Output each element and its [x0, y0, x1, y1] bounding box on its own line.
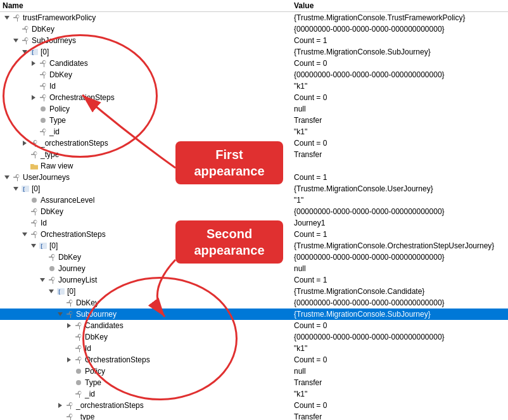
table-row[interactable]: CandidatesCount = 0	[0, 320, 508, 331]
table-row[interactable]: [ ][0]{Trustme.MigrationConsole.Orchestr…	[0, 240, 508, 251]
expander-icon[interactable]	[56, 310, 65, 319]
table-row[interactable]: [ ][0]{Trustme.MigrationConsole.SubJourn…	[0, 46, 508, 58]
expander-icon[interactable]	[56, 401, 65, 410]
table-row[interactable]: Policynull	[0, 366, 508, 377]
expander-icon[interactable]	[65, 321, 73, 330]
row-name: DbKey	[58, 253, 81, 262]
value-cell: Count = 0	[291, 401, 508, 410]
table-row[interactable]: IdJourney1	[0, 217, 508, 229]
table-row[interactable]: SubJourney{Trustme.MigrationConsole.SubJ…	[0, 309, 508, 320]
expander-icon[interactable]	[47, 287, 56, 296]
expander-icon[interactable]	[20, 230, 29, 239]
table-row[interactable]: Id"k1"	[0, 343, 508, 354]
table-row[interactable]: DbKey{00000000-0000-0000-0000-0000000000…	[0, 69, 508, 80]
table-row[interactable]: trustFrameworkPolicy{Trustme.MigrationCo…	[0, 12, 508, 23]
table-row[interactable]: JourneyListCount = 1	[0, 274, 508, 286]
table-row[interactable]: _orchestrationStepsCount = 0	[0, 137, 508, 149]
expander-icon[interactable]	[29, 59, 38, 68]
name-cell: DbKey	[0, 70, 291, 80]
name-cell: Journey	[0, 264, 291, 274]
name-cell: Type	[0, 378, 291, 388]
name-cell: [ ][0]	[0, 47, 291, 57]
name-cell: DbKey	[0, 207, 291, 217]
key-icon	[29, 218, 39, 228]
svg-rect-20	[31, 234, 34, 235]
table-row[interactable]: Raw view	[0, 160, 508, 172]
value-cell: Transfer	[291, 412, 508, 420]
key-icon	[29, 150, 39, 160]
table-row[interactable]: DbKey{00000000-0000-0000-0000-0000000000…	[0, 206, 508, 217]
table-row[interactable]: _typeTransfer	[0, 411, 508, 420]
expander-icon[interactable]	[3, 13, 11, 22]
expander-icon[interactable]	[20, 139, 29, 148]
svg-rect-32	[75, 348, 79, 349]
row-name: _type	[76, 412, 94, 420]
name-cell: [ ][0]	[0, 241, 291, 251]
table-row[interactable]: Id"k1"	[0, 80, 508, 92]
svg-rect-38	[67, 416, 70, 417]
expander-icon[interactable]	[11, 184, 20, 193]
expander-icon[interactable]	[11, 36, 20, 45]
table-row[interactable]: TypeTransfer	[0, 115, 508, 126]
tree-container[interactable]: Name Value trustFrameworkPolicy{Trustme.…	[0, 0, 508, 420]
table-row[interactable]: UserJourneysCount = 1	[0, 172, 508, 183]
value-cell: Transfer	[291, 150, 508, 159]
svg-point-9	[41, 106, 46, 111]
expander-icon[interactable]	[29, 93, 38, 102]
expander-icon[interactable]	[29, 241, 38, 250]
key-icon	[47, 275, 57, 285]
row-name: SubJourneys	[32, 36, 76, 45]
table-row[interactable]: _id"k1"	[0, 388, 508, 400]
table-row[interactable]: AssuranceLevel"1"	[0, 194, 508, 206]
row-name: _type	[41, 150, 59, 159]
name-cell: Raw view	[0, 161, 291, 171]
expander-icon[interactable]	[65, 355, 73, 364]
name-cell: [ ][0]	[0, 184, 291, 194]
row-name: _orchestrationSteps	[76, 401, 144, 410]
expander-icon[interactable]	[38, 276, 47, 284]
table-row[interactable]: TypeTransfer	[0, 377, 508, 388]
table-row[interactable]: DbKey{00000000-0000-0000-0000-0000000000…	[0, 331, 508, 343]
header-name: Name	[3, 1, 294, 10]
row-name: DbKey	[41, 207, 63, 216]
key-icon	[73, 355, 84, 365]
array-icon: [ ]	[38, 241, 48, 251]
array-icon: [ ]	[20, 184, 30, 194]
table-row[interactable]: OrchestrationStepsCount = 0	[0, 354, 508, 366]
name-cell: UserJourneys	[0, 172, 291, 182]
value-cell: {00000000-0000-0000-0000-000000000000}	[291, 207, 508, 216]
name-cell: _type	[0, 150, 291, 160]
row-name: SubJourney	[76, 310, 117, 319]
value-cell: {00000000-0000-0000-0000-000000000000}	[291, 25, 508, 34]
svg-rect-0	[13, 17, 16, 18]
row-name: OrchestrationSteps	[85, 355, 150, 364]
table-row[interactable]: [ ][0]{Trustme.MigrationConsole.Candidat…	[0, 286, 508, 297]
name-cell: AssuranceLevel	[0, 195, 291, 205]
svg-rect-5	[40, 63, 43, 64]
row-name: [0]	[67, 287, 75, 296]
table-row[interactable]: _typeTransfer	[0, 149, 508, 160]
table-row[interactable]: CandidatesCount = 0	[0, 58, 508, 69]
value-cell: Count = 1	[291, 230, 508, 239]
expander-icon[interactable]	[3, 173, 11, 182]
name-cell: DbKey	[0, 332, 291, 342]
table-row[interactable]: _orchestrationStepsCount = 0	[0, 400, 508, 411]
table-row[interactable]: SubJourneysCount = 1	[0, 35, 508, 46]
value-cell: {Trustme.MigrationConsole.SubJourney}	[291, 48, 508, 56]
table-row[interactable]: DbKey{00000000-0000-0000-0000-0000000000…	[0, 297, 508, 309]
svg-rect-37	[67, 405, 70, 406]
row-name: Candidates	[49, 59, 88, 68]
name-cell: trustFrameworkPolicy	[0, 13, 291, 23]
key-icon	[65, 309, 75, 319]
table-row[interactable]: DbKey{00000000-0000-0000-0000-0000000000…	[0, 23, 508, 35]
table-row[interactable]: _id"k1"	[0, 126, 508, 137]
table-row[interactable]: OrchestrationStepsCount = 1	[0, 229, 508, 240]
expander-icon[interactable]	[20, 48, 29, 56]
svg-rect-6	[40, 74, 43, 75]
value-cell: Transfer	[291, 378, 508, 387]
table-row[interactable]: Policynull	[0, 103, 508, 115]
table-row[interactable]: DbKey{00000000-0000-0000-0000-0000000000…	[0, 251, 508, 263]
table-row[interactable]: OrchestrationStepsCount = 0	[0, 92, 508, 103]
table-row[interactable]: [ ][0]{Trustme.MigrationConsole.UserJour…	[0, 183, 508, 194]
table-row[interactable]: Journeynull	[0, 263, 508, 274]
